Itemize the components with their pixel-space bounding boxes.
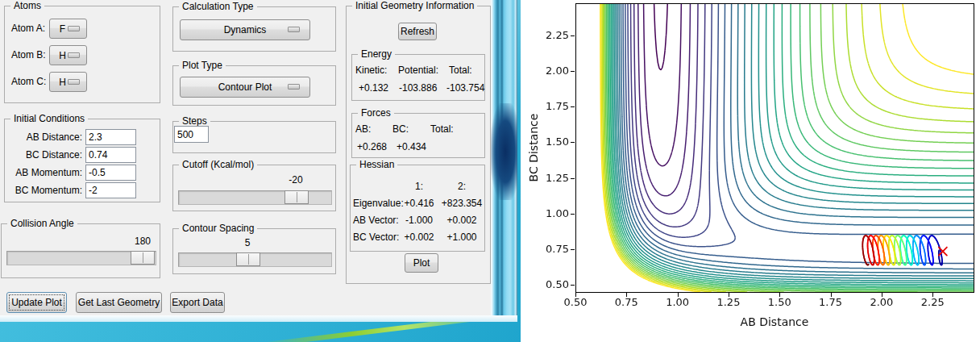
forces-title: Forces [358, 107, 394, 119]
x-tick-label: 1.00 [662, 296, 694, 308]
cutoff-value: -20 [283, 174, 309, 186]
x-tick-label: 1.25 [712, 296, 745, 308]
hessian-col2-header: 2: [439, 181, 484, 192]
initial-conditions-group: Initial Conditions AB Distance: BC Dista… [4, 119, 160, 202]
plot-type-group: Plot Type Contour Plot [172, 65, 336, 106]
plot-type-title: Plot Type [179, 60, 226, 72]
y-tick-label: 1.25 [530, 172, 569, 184]
ab-distance-label: AB Distance: [5, 131, 82, 143]
forces-bc-header: BC: [392, 123, 409, 135]
plot-type-value: Contour Plot [218, 81, 272, 93]
collision-angle-group: Collision Angle 180 [1, 223, 160, 278]
update-plot-button[interactable]: Update Plot [6, 292, 67, 313]
initial-conditions-title: Initial Conditions [10, 113, 88, 125]
atom-b-label: Atom B: [11, 49, 46, 60]
dropdown-dash-icon [68, 79, 80, 85]
contour-spacing-slider-track[interactable] [178, 252, 332, 267]
cutoff-title: Cutoff (Kcal/mol) [179, 159, 257, 171]
total-header: Total: [449, 65, 472, 76]
hessian-group: Hessian 1: 2: Eigenvalue: +0.416 +823.35… [350, 165, 485, 252]
hessian-title: Hessian [356, 159, 397, 171]
calculation-type-select[interactable]: Dynamics [180, 19, 310, 40]
bc-vector-2: +1.000 [439, 231, 484, 243]
ab-vector-2: +0.002 [439, 215, 484, 226]
potential-header: Potential: [398, 65, 438, 76]
y-tick-label: 2.00 [530, 65, 569, 77]
plot-button[interactable]: Plot [405, 253, 438, 273]
atoms-group: Atoms Atom A: F Atom B: H Atom C: H [4, 6, 160, 103]
y-tick-label: 1.75 [530, 100, 569, 112]
initial-geometry-group: Initial Geometry Information Refresh Ene… [346, 6, 491, 284]
ab-momentum-label: AB Momentum: [5, 167, 82, 178]
energy-group: Energy Kinetic: Potential: Total: +0.132… [351, 54, 485, 101]
hessian-col1-header: 1: [399, 181, 439, 192]
collision-angle-title: Collision Angle [7, 218, 77, 230]
kinetic-value: +0.132 [359, 82, 388, 94]
atom-c-label: Atom C: [11, 76, 46, 87]
kinetic-header: Kinetic: [355, 65, 387, 76]
atom-a-select[interactable]: F [49, 19, 87, 39]
plot-type-select[interactable]: Contour Plot [180, 77, 310, 98]
calculation-type-group: Calculation Type Dynamics [172, 6, 336, 52]
bc-momentum-input[interactable] [85, 182, 136, 198]
x-tick-label: 0.50 [559, 296, 592, 308]
atom-b-select[interactable]: H [49, 45, 87, 65]
forces-ab-header: AB: [355, 123, 371, 135]
ab-momentum-input[interactable] [85, 165, 136, 181]
refresh-button[interactable]: Refresh [398, 23, 437, 40]
x-tick-label: 2.25 [916, 296, 949, 308]
calculation-type-title: Calculation Type [179, 1, 257, 13]
window-bottom-border [0, 315, 517, 322]
forces-group: Forces AB: BC: Total: +0.268 +0.434 [351, 113, 485, 158]
atoms-group-title: Atoms [10, 0, 44, 12]
atom-c-value: H [59, 77, 66, 88]
atom-b-value: H [59, 50, 66, 61]
bc-vector-label: BC Vector: [353, 231, 399, 243]
x-tick-label: 1.50 [763, 296, 795, 308]
collision-angle-slider-track[interactable] [6, 251, 156, 265]
contour-spacing-title: Contour Spacing [179, 223, 257, 235]
potential-value: -103.886 [399, 82, 437, 94]
steps-group: Steps [172, 121, 336, 153]
plot-window: AB Distance BC Distance 0.500.500.750.75… [521, 0, 980, 342]
cutoff-slider-track[interactable] [178, 190, 332, 205]
ab-distance-input[interactable] [85, 129, 136, 145]
dropdown-dash-icon [68, 26, 80, 31]
cutoff-slider-thumb[interactable] [284, 190, 309, 204]
energy-title: Energy [358, 48, 395, 60]
dropdown-dash-icon [68, 52, 80, 58]
atom-a-label: Atom A: [11, 23, 45, 34]
bc-distance-input[interactable] [85, 147, 136, 163]
steps-input[interactable] [174, 126, 209, 143]
atom-c-select[interactable]: H [49, 72, 87, 92]
ab-vector-label: AB Vector: [353, 215, 399, 226]
dropdown-dash-icon [288, 84, 300, 90]
bc-vector-1: +0.002 [399, 231, 439, 243]
bc-distance-label: BC Distance: [5, 149, 82, 161]
contour-spacing-value: 5 [235, 237, 260, 248]
x-tick-label: 0.75 [610, 296, 642, 308]
collision-angle-slider-thumb[interactable] [131, 251, 155, 265]
bc-momentum-label: BC Momentum: [5, 185, 82, 196]
eigenvalue-2: +823.354 [439, 198, 484, 209]
y-tick-label: 0.75 [530, 243, 569, 255]
contour-spacing-group: Contour Spacing 5 [172, 228, 336, 274]
collision-angle-value: 180 [130, 236, 156, 247]
contour-spacing-slider-thumb[interactable] [236, 252, 260, 266]
y-tick-label: 2.25 [530, 29, 569, 41]
eigenvalue-1: +0.416 [399, 198, 439, 209]
forces-bc-value: +0.434 [397, 141, 426, 152]
ab-vector-1: -1.000 [399, 215, 439, 226]
forces-ab-value: +0.268 [357, 141, 387, 152]
get-last-geometry-button[interactable]: Get Last Geometry [76, 292, 162, 313]
total-energy-value: -103.754 [446, 82, 484, 94]
simulation-controls-dialog: Atoms Atom A: F Atom B: H Atom C: H Init… [0, 0, 491, 315]
forces-total-header: Total: [430, 123, 454, 135]
export-data-button[interactable]: Export Data [170, 292, 225, 313]
y-tick-label: 1.50 [530, 136, 569, 148]
initial-geometry-title: Initial Geometry Information [352, 0, 477, 12]
y-tick-label: 1.00 [530, 207, 569, 219]
x-axis-label: AB Distance [694, 315, 855, 328]
x-tick-label: 1.75 [815, 296, 847, 308]
y-tick-label: 0.50 [530, 278, 569, 290]
